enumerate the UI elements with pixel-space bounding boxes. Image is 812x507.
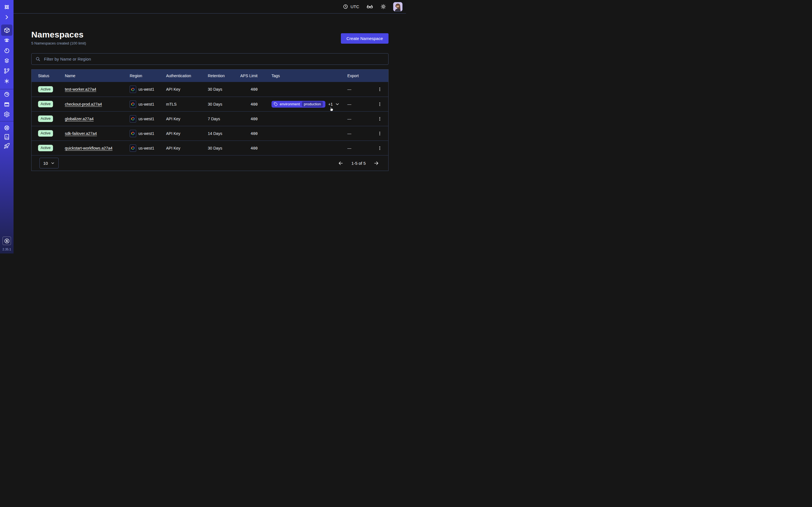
tag-value: production bbox=[302, 101, 323, 107]
gcp-cloud-icon bbox=[130, 86, 136, 93]
sidebar-divider bbox=[0, 89, 13, 89]
auth-method: API Key bbox=[166, 146, 208, 151]
gcp-cloud-icon bbox=[130, 130, 136, 137]
retention-value: 7 Days bbox=[208, 117, 240, 121]
sidebar-item-timer-icon[interactable] bbox=[0, 47, 13, 54]
auth-method: API Key bbox=[166, 131, 208, 136]
tag-icon bbox=[274, 102, 278, 106]
sidebar-item-support-lifebuoy-icon[interactable] bbox=[0, 124, 13, 131]
search-icon bbox=[35, 56, 41, 62]
auth-method: API Key bbox=[166, 117, 208, 121]
page-size-select[interactable]: 10 bbox=[40, 158, 59, 168]
row-menu-kebab-icon[interactable] bbox=[375, 146, 382, 151]
export-value: — bbox=[347, 102, 375, 107]
temporal-logo-icon[interactable] bbox=[0, 4, 13, 10]
namespaces-table: Status Name Region Authentication Retent… bbox=[31, 69, 389, 171]
export-value: — bbox=[347, 87, 375, 92]
col-status: Status bbox=[38, 73, 65, 78]
sidebar-item-settings-gear-icon[interactable] bbox=[0, 111, 13, 118]
sidebar-item-eye-icon[interactable] bbox=[0, 37, 13, 44]
billing-badge-dollar-button[interactable] bbox=[3, 237, 11, 245]
create-namespace-button[interactable]: Create Namespace bbox=[341, 33, 389, 44]
sidebar-item-billing-icon[interactable] bbox=[0, 101, 13, 108]
gcp-cloud-icon bbox=[130, 115, 136, 122]
next-page-arrow-icon[interactable] bbox=[373, 160, 379, 166]
sidebar-item-asterisk-icon[interactable] bbox=[0, 78, 13, 84]
pagination-range: 1-5 of 5 bbox=[351, 161, 366, 166]
aps-limit-value: 400 bbox=[240, 102, 258, 107]
row-menu-kebab-icon[interactable] bbox=[375, 87, 382, 92]
prev-page-arrow-icon[interactable] bbox=[338, 160, 344, 166]
sidebar-expand-chevron-icon[interactable] bbox=[0, 14, 13, 20]
sidebar-item-getting-started-rocket-icon[interactable] bbox=[0, 143, 13, 149]
namespace-link[interactable]: checkout-prod.a27a4 bbox=[65, 102, 102, 107]
namespace-count-subtitle: 5 Namespaces created (100 limit) bbox=[31, 41, 86, 45]
page-size-value: 10 bbox=[43, 161, 48, 166]
filter-input[interactable] bbox=[43, 56, 385, 62]
namespace-link[interactable]: globalizer.a27a4 bbox=[65, 117, 94, 121]
sidebar-item-usage-gauge-icon[interactable] bbox=[0, 91, 13, 98]
col-aps-limit: APS Limit bbox=[240, 73, 258, 78]
auth-method: mTLS bbox=[166, 102, 208, 107]
table-header-row: Status Name Region Authentication Retent… bbox=[32, 69, 388, 82]
row-menu-kebab-icon[interactable] bbox=[375, 131, 382, 136]
status-badge: Active bbox=[38, 145, 53, 151]
sidebar-item-branch-icon[interactable] bbox=[0, 68, 13, 74]
aps-limit-value: 400 bbox=[240, 117, 258, 121]
namespace-link[interactable]: quickstart-workflows.a27a4 bbox=[65, 146, 112, 151]
table-footer: 10 1-5 of 5 bbox=[32, 155, 388, 171]
gcp-cloud-icon bbox=[130, 101, 136, 108]
status-badge: Active bbox=[38, 115, 53, 122]
table-row: Active globalizer.a27a4 us-west1 API Key bbox=[32, 111, 388, 126]
sidebar-item-namespaces[interactable] bbox=[1, 24, 12, 36]
aps-limit-value: 400 bbox=[240, 146, 258, 151]
export-value: — bbox=[347, 146, 375, 151]
region-label: us-west1 bbox=[139, 117, 154, 121]
tag-key: environment bbox=[280, 102, 300, 106]
tags-expand-chevron-icon[interactable] bbox=[335, 102, 340, 107]
tag-chip[interactable]: environment production bbox=[271, 101, 325, 108]
region-label: us-west1 bbox=[139, 146, 154, 151]
sidebar-divider bbox=[0, 121, 13, 121]
theme-toggle-sun-icon[interactable] bbox=[380, 4, 386, 10]
status-badge: Active bbox=[38, 101, 53, 107]
retention-value: 30 Days bbox=[208, 102, 240, 107]
filter-input-wrapper bbox=[31, 53, 389, 65]
main-content: Namespaces 5 Namespaces created (100 lim… bbox=[13, 13, 406, 253]
retention-value: 30 Days bbox=[208, 146, 240, 151]
sidebar: 2.35.1 bbox=[0, 0, 13, 253]
namespace-link[interactable]: test-worker.a27a4 bbox=[65, 87, 96, 92]
badge-dollar-icon bbox=[4, 238, 10, 244]
region-label: us-west1 bbox=[139, 87, 154, 92]
app-version: 2.35.1 bbox=[3, 247, 11, 251]
export-value: — bbox=[347, 131, 375, 136]
tags-cell: environment production +1 bbox=[258, 101, 347, 108]
region-label: us-west1 bbox=[139, 102, 154, 107]
namespace-link[interactable]: sdk-failover.a27a4 bbox=[65, 131, 97, 136]
clock-icon bbox=[343, 4, 348, 9]
region-label: us-west1 bbox=[139, 131, 154, 136]
aps-limit-value: 400 bbox=[240, 131, 258, 136]
aps-limit-value: 400 bbox=[240, 87, 258, 92]
reader-glasses-icon[interactable] bbox=[366, 3, 373, 10]
col-name: Name bbox=[65, 73, 130, 78]
retention-value: 14 Days bbox=[208, 131, 240, 136]
table-row: Active checkout-prod.a27a4 us-west1 mTLS bbox=[32, 97, 388, 111]
row-menu-kebab-icon[interactable] bbox=[375, 116, 382, 121]
tags-more-count: +1 bbox=[328, 102, 333, 107]
timezone-selector[interactable]: UTC bbox=[343, 4, 359, 9]
table-row: Active test-worker.a27a4 us-west1 API Ke… bbox=[32, 82, 388, 97]
user-avatar[interactable] bbox=[393, 2, 403, 11]
sidebar-item-layers-icon[interactable] bbox=[0, 57, 13, 64]
col-retention: Retention bbox=[208, 73, 240, 78]
gcp-cloud-icon bbox=[130, 145, 136, 152]
retention-value: 30 Days bbox=[208, 87, 240, 92]
timezone-label: UTC bbox=[350, 4, 359, 9]
col-tags: Tags bbox=[258, 73, 347, 78]
chevron-down-icon bbox=[50, 161, 55, 165]
row-menu-kebab-icon[interactable] bbox=[375, 102, 382, 107]
sidebar-item-docs-book-icon[interactable] bbox=[0, 133, 13, 140]
col-authentication: Authentication bbox=[166, 73, 208, 78]
table-row: Active sdk-failover.a27a4 us-west1 API K… bbox=[32, 126, 388, 140]
col-export: Export bbox=[347, 73, 375, 78]
